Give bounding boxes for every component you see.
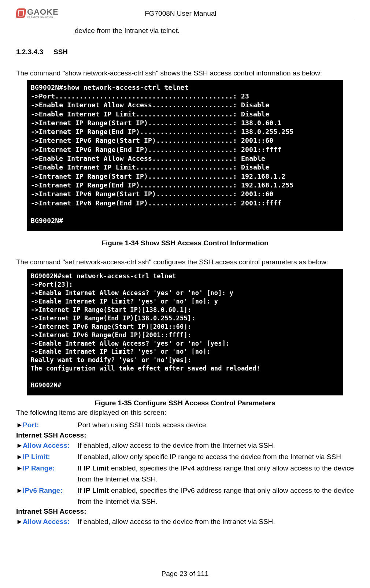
label-allow-intranet: Allow Access: xyxy=(23,516,78,527)
bullet-arrow-icon: ► xyxy=(16,516,23,527)
subhead-internet: Internet SSH Access: xyxy=(16,431,354,439)
item-ipv6-range-internet: ► IPv6 Range: If IP Limit enabled, speci… xyxy=(16,485,354,507)
desc-allow-intranet: If enabled, allow access to the device f… xyxy=(78,516,354,527)
continuation-line: device from the Intranet via telnet. xyxy=(75,27,354,35)
brand-name: GAOKE xyxy=(27,8,59,16)
label-allow-internet: Allow Access: xyxy=(23,440,78,451)
item-allow-intranet: ► Allow Access: If enabled, allow access… xyxy=(16,516,354,527)
label-ip-limit-internet: IP Limit: xyxy=(23,451,78,462)
item-port: ► Port: Port when using SSH tools access… xyxy=(16,420,354,430)
document-title: FG7008N User Manual xyxy=(59,10,303,18)
desc-ipv6-range-internet: If IP Limit enabled, specifies the IPv6 … xyxy=(78,485,354,507)
label-ipv6-range-internet: IPv6 Range: xyxy=(23,485,78,507)
header-divider xyxy=(16,20,354,20)
field-definitions: The following items are displayed on thi… xyxy=(16,409,354,527)
subhead-intranet: Intranet SSH Access: xyxy=(16,507,354,516)
section-heading: 1.2.3.4.3 SSH xyxy=(16,48,354,56)
bullet-arrow-icon: ► xyxy=(16,485,23,507)
figure-caption-34: Figure 1-34 Show SSH Access Control Info… xyxy=(16,239,354,247)
item-ip-range-internet: ► IP Range: If IP Limit enabled, specifi… xyxy=(16,463,354,484)
label-ip-range-internet: IP Range: xyxy=(23,463,78,484)
desc-ip-range-internet: If IP Limit enabled, specifies the IPv4 … xyxy=(78,463,354,484)
terminal-output-set: BG9002N#set network-access-ctrl telnet -… xyxy=(27,269,343,395)
page-footer: Page 23 of 111 xyxy=(0,570,370,578)
item-ip-limit-internet: ► IP Limit: If enabled, allow only speci… xyxy=(16,451,354,462)
bullet-arrow-icon: ► xyxy=(16,451,23,462)
figure-caption-35: Figure 1-35 Configure SSH Access Control… xyxy=(16,399,354,407)
paragraph-set-cmd: The command "set network-access-ctrl ssh… xyxy=(16,257,354,267)
bullet-arrow-icon: ► xyxy=(16,420,23,430)
terminal-output-show: BG9002N#show network-access-ctrl telnet … xyxy=(27,80,343,231)
page-header: GAOKE CREATIVE SOLUTION FG7008N User Man… xyxy=(16,4,354,18)
bullet-arrow-icon: ► xyxy=(16,440,23,451)
section-title: SSH xyxy=(53,48,68,56)
item-allow-internet: ► Allow Access: If enabled, allow access… xyxy=(16,440,354,451)
paragraph-show-cmd: The command "show network-access-ctrl ss… xyxy=(16,68,354,78)
desc-port: Port when using SSH tools access device. xyxy=(78,420,354,430)
section-number: 1.2.3.4.3 xyxy=(16,48,43,56)
items-intro: The following items are displayed on thi… xyxy=(16,409,354,417)
desc-allow-internet: If enabled, allow access to the device f… xyxy=(78,440,354,451)
label-port: Port: xyxy=(23,420,78,430)
brand-logo: GAOKE CREATIVE SOLUTION xyxy=(16,8,59,18)
bullet-arrow-icon: ► xyxy=(16,463,23,484)
brand-logo-icon xyxy=(15,8,26,18)
desc-ip-limit-internet: If enabled, allow only specific IP range… xyxy=(78,451,354,462)
